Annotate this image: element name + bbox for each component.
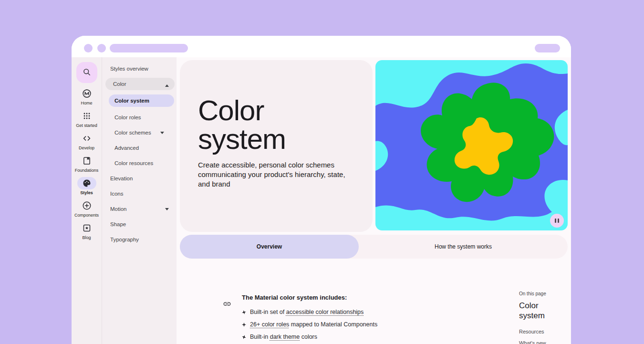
rail-item-label: Home	[81, 101, 92, 105]
app-body: Home Get started Develop Foundations	[72, 57, 571, 344]
rail-item-foundations[interactable]: Foundations	[72, 155, 102, 177]
tab-overview[interactable]: Overview	[180, 235, 359, 259]
tab-how-the-system-works[interactable]: How the system works	[359, 235, 568, 259]
add-circle-icon	[77, 199, 96, 212]
sidenav-item-shape[interactable]: Shape	[102, 217, 177, 232]
hero-animation	[375, 60, 568, 230]
article-section: The Material color system includes: Buil…	[223, 294, 499, 343]
pause-button[interactable]	[550, 214, 564, 228]
rail-item-label: Styles	[80, 190, 93, 195]
side-navigation: Styles overview Color Color system Color…	[102, 57, 177, 344]
on-this-page-nav: On this page Color system Resources What…	[519, 291, 571, 344]
apps-grid-icon	[77, 110, 96, 122]
window-control-dot[interactable]	[97, 44, 106, 52]
page-title: Color system	[198, 96, 341, 154]
browser-window: Home Get started Develop Foundations	[72, 36, 571, 344]
sparkle-bullet-icon	[241, 310, 247, 315]
rail-item-home[interactable]: Home	[72, 87, 102, 110]
sidenav-item-typography[interactable]: Typography	[102, 232, 177, 247]
sidenav-item-motion[interactable]: Motion	[102, 201, 177, 217]
page-subtitle: Create accessible, personal color scheme…	[198, 160, 355, 189]
rail-item-label: Foundations	[75, 168, 99, 173]
sidenav-item-color-system[interactable]: Color system	[102, 94, 177, 110]
search-button[interactable]	[76, 62, 97, 83]
rail-item-label: Develop	[79, 146, 94, 150]
sparkle-bullet-icon	[242, 323, 246, 327]
article-heading: The Material color system includes:	[242, 294, 499, 301]
material-home-icon	[77, 87, 96, 100]
link-icon[interactable]	[223, 300, 231, 308]
sidenav-item-color[interactable]: Color	[102, 78, 177, 93]
browser-chrome	[72, 36, 571, 57]
rail-item-label: Blog	[82, 235, 91, 240]
sparkle-bullet-icon	[241, 334, 247, 339]
chevron-up-icon	[165, 84, 169, 87]
text-link[interactable]: dark theme	[270, 334, 300, 340]
rail-item-blog[interactable]: Blog	[72, 222, 102, 244]
sidenav-item-color-roles[interactable]: Color roles	[102, 110, 177, 125]
pause-icon	[555, 219, 559, 223]
toc-item-resources[interactable]: Resources	[519, 329, 571, 334]
hero-card: Color system Create accessible, personal…	[180, 60, 373, 232]
on-this-page-label: On this page	[519, 291, 571, 296]
url-bar[interactable]	[110, 44, 188, 52]
rail-item-develop[interactable]: Develop	[72, 132, 102, 155]
text-link[interactable]: 26+ color roles	[250, 321, 289, 328]
sidenav-item-color-schemes[interactable]: Color schemes	[102, 125, 177, 140]
list-item: 26+ color roles mapped to Material Compo…	[242, 318, 499, 331]
book-icon	[77, 155, 96, 167]
palette-icon	[77, 177, 96, 189]
sidenav-item-advanced[interactable]: Advanced	[102, 140, 177, 156]
rail-item-label: Get started	[76, 123, 97, 128]
navigation-rail: Home Get started Develop Foundations	[72, 57, 102, 344]
tab-bar: Overview How the system works	[180, 235, 568, 259]
sidenav-item-icons[interactable]: Icons	[102, 186, 177, 201]
browser-menu-pill[interactable]	[535, 44, 560, 52]
feature-list: Built-in set of accessible color relatio…	[242, 306, 499, 343]
star-box-icon	[77, 222, 96, 234]
text-link[interactable]: accessible color relationships	[286, 309, 364, 315]
search-icon	[82, 67, 92, 78]
rail-item-styles[interactable]: Styles	[72, 177, 102, 199]
sidenav-item-styles-overview[interactable]: Styles overview	[102, 61, 177, 76]
chevron-down-icon	[160, 132, 164, 134]
chevron-down-icon	[165, 208, 169, 210]
sidenav-item-elevation[interactable]: Elevation	[102, 171, 177, 186]
sidenav-item-color-resources[interactable]: Color resources	[102, 156, 177, 171]
toc-item-whats-new[interactable]: What's new	[519, 340, 571, 344]
list-item: Built-in set of accessible color relatio…	[242, 306, 499, 318]
main-content: Color system Create accessible, personal…	[177, 57, 571, 344]
rail-item-get-started[interactable]: Get started	[72, 110, 102, 132]
rail-item-label: Components	[74, 213, 99, 218]
window-control-dot[interactable]	[84, 44, 93, 52]
code-icon	[77, 132, 96, 145]
rail-item-components[interactable]: Components	[72, 199, 102, 222]
list-item: Built-in dark theme colors	[242, 331, 499, 343]
on-this-page-title[interactable]: Color system	[519, 301, 552, 321]
color-blobs-illustration	[375, 60, 568, 230]
